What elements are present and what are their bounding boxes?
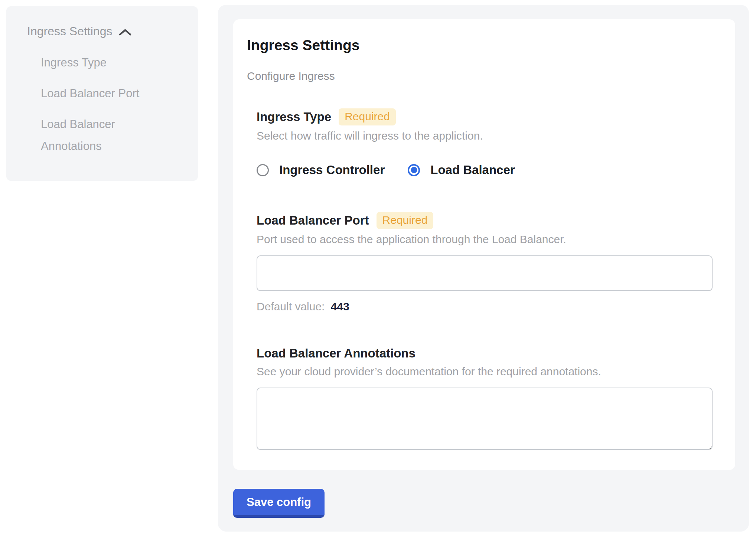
settings-sidebar: Ingress Settings Ingress Type Load Balan…: [6, 6, 198, 181]
required-badge: Required: [377, 212, 434, 229]
default-value: 443: [331, 300, 349, 313]
ingress-settings-card: Ingress Settings Configure Ingress Ingre…: [233, 19, 735, 470]
load-balancer-annotations-textarea[interactable]: [257, 388, 713, 450]
form-sections: Ingress Type Required Select how traffic…: [257, 108, 713, 450]
sidebar-group-ingress-settings[interactable]: Ingress Settings: [27, 24, 183, 38]
ingress-type-description: Select how traffic will ingress to the a…: [257, 129, 713, 142]
page-subtitle: Configure Ingress: [247, 70, 721, 82]
radio-option-load-balancer[interactable]: Load Balancer: [408, 163, 515, 177]
sidebar-item-list: Ingress Type Load Balancer Port Load Bal…: [41, 52, 183, 157]
load-balancer-port-description: Port used to access the application thro…: [257, 233, 713, 246]
chevron-up-icon: [118, 28, 132, 37]
sidebar-group-label: Ingress Settings: [27, 24, 112, 38]
section-load-balancer-port: Load Balancer Port Required Port used to…: [257, 212, 713, 313]
default-value-label: Default value:: [257, 300, 325, 313]
page-title: Ingress Settings: [247, 37, 721, 53]
required-badge: Required: [339, 108, 396, 125]
load-balancer-port-label: Load Balancer Port: [257, 213, 369, 228]
sidebar-item-load-balancer-annotations[interactable]: Load Balancer Annotations: [41, 113, 152, 157]
radio-option-label: Ingress Controller: [279, 163, 385, 177]
load-balancer-port-input[interactable]: [257, 255, 713, 291]
save-config-button[interactable]: Save config: [233, 489, 325, 518]
sidebar-item-load-balancer-port[interactable]: Load Balancer Port: [41, 82, 152, 104]
load-balancer-annotations-label: Load Balancer Annotations: [257, 346, 416, 361]
section-load-balancer-annotations: Load Balancer Annotations See your cloud…: [257, 346, 713, 450]
radio-option-ingress-controller[interactable]: Ingress Controller: [257, 163, 385, 177]
page: Ingress Settings Ingress Type Load Balan…: [0, 0, 756, 539]
sidebar-item-ingress-type[interactable]: Ingress Type: [41, 52, 152, 74]
load-balancer-annotations-description: See your cloud provider’s documentation …: [257, 365, 713, 378]
ingress-type-label: Ingress Type: [257, 109, 331, 125]
radio-selected-icon: [408, 164, 420, 176]
section-ingress-type: Ingress Type Required Select how traffic…: [257, 108, 713, 177]
radio-option-label: Load Balancer: [430, 163, 515, 177]
ingress-settings-panel: Ingress Settings Configure Ingress Ingre…: [218, 5, 749, 532]
default-value-row: Default value: 443: [257, 300, 713, 313]
ingress-type-radio-group: Ingress Controller Load Balancer: [257, 163, 713, 177]
radio-unselected-icon: [257, 164, 269, 176]
